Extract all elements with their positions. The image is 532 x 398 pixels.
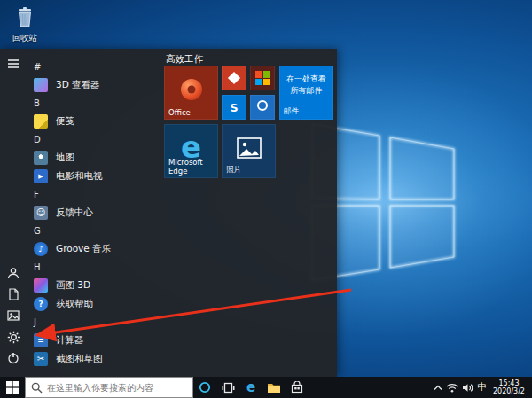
- tile-photos[interactable]: 照片: [222, 124, 276, 178]
- hamburger-menu-icon: [7, 59, 20, 69]
- sticky-notes-icon: [34, 114, 48, 129]
- settings-gear-icon: [7, 331, 20, 344]
- app-list-item-sticky-notes[interactable]: 便笺: [28, 113, 161, 131]
- taskbar-store-button[interactable]: [286, 377, 309, 398]
- volume-button[interactable]: [460, 377, 475, 398]
- tile-small-app-4[interactable]: [250, 95, 275, 120]
- document-icon: [8, 288, 20, 300]
- letter-label: G: [34, 226, 41, 236]
- movies-tv-icon: [34, 169, 48, 183]
- file-explorer-icon: [267, 382, 281, 394]
- app-list-item-get-help[interactable]: 获取帮助: [28, 295, 161, 314]
- letter-label: #: [34, 62, 41, 72]
- 3d-viewer-icon: [34, 78, 48, 92]
- taskbar: 中 15:43 2020/3/2: [0, 377, 532, 398]
- feedback-hub-icon: [34, 206, 48, 220]
- taskbar-edge-button[interactable]: [239, 377, 262, 398]
- picture-icon: [7, 310, 20, 321]
- calculator-icon: [34, 333, 48, 347]
- letter-label: J: [34, 317, 36, 327]
- multicolor-app-icon: [255, 71, 270, 85]
- input-method-indicator[interactable]: 中: [475, 377, 489, 398]
- app-list-letter-h[interactable]: H: [28, 259, 161, 277]
- app-label: Groove 音乐: [56, 243, 111, 255]
- documents-button[interactable]: [0, 284, 27, 305]
- app-list-letter-d[interactable]: D: [28, 130, 161, 149]
- network-wifi-icon: [446, 383, 458, 393]
- letter-label: B: [34, 98, 40, 108]
- app-list-item-calculator[interactable]: 计算器: [28, 332, 161, 350]
- photos-icon: [237, 137, 262, 159]
- tile-skype[interactable]: S: [222, 95, 246, 120]
- recycle-bin-label: 回收站: [5, 33, 44, 44]
- tile-label: Office: [168, 108, 191, 117]
- settings-button[interactable]: [0, 326, 27, 347]
- maps-icon: [34, 151, 48, 165]
- clock-date: 2020/3/2: [489, 387, 528, 396]
- office-logo-icon: [181, 79, 202, 100]
- tile-microsoft-edge[interactable]: Microsoft Edge: [164, 124, 218, 178]
- app-list-letter-j[interactable]: J: [28, 313, 161, 332]
- tile-small-app-2[interactable]: [250, 66, 275, 90]
- search-input[interactable]: [26, 378, 192, 397]
- tile-small-app-1[interactable]: [222, 66, 246, 90]
- app-list-item-3d-viewer[interactable]: 3D 查看器: [28, 76, 161, 95]
- taskbar-search[interactable]: [25, 377, 193, 398]
- skype-icon: S: [222, 95, 246, 120]
- app-list-item-maps[interactable]: 地图: [28, 149, 161, 168]
- snip-sketch-icon: [34, 352, 48, 366]
- tile-label: 邮件: [284, 106, 299, 117]
- app-list-letter-hash[interactable]: #: [28, 58, 161, 76]
- app-list-letter-f[interactable]: F: [28, 185, 161, 204]
- search-icon: [31, 382, 43, 394]
- letter-label: F: [34, 190, 39, 199]
- start-button[interactable]: [0, 377, 25, 398]
- app-label: 3D 查看器: [56, 79, 100, 91]
- expand-menu-button[interactable]: [0, 53, 27, 74]
- letter-label: D: [34, 135, 41, 144]
- pictures-button[interactable]: [0, 305, 27, 326]
- app-label: 画图 3D: [56, 279, 90, 292]
- tile-group-title[interactable]: 高效工作: [166, 53, 203, 66]
- tile-label: 照片: [226, 165, 241, 176]
- cortana-button[interactable]: [193, 377, 216, 398]
- mail-live-tile-text: 在一处查看所有邮件: [285, 74, 328, 104]
- paint-3d-icon: [34, 278, 48, 293]
- app-list-item-groove-music[interactable]: Groove 音乐: [28, 240, 161, 259]
- app-list-item-movies-tv[interactable]: 电影和电视: [28, 168, 161, 186]
- network-button[interactable]: [444, 377, 460, 398]
- clock-time: 15:43: [489, 379, 528, 388]
- app-list-letter-b[interactable]: B: [28, 94, 161, 113]
- get-help-icon: [34, 297, 48, 311]
- recycle-bin-desktop-icon[interactable]: 回收站: [5, 5, 44, 44]
- app-label: 获取帮助: [56, 298, 93, 310]
- hidden-icons-button[interactable]: [432, 377, 444, 398]
- cortana-icon: [199, 381, 211, 394]
- app-tile-icon: [228, 72, 240, 84]
- taskbar-file-explorer-button[interactable]: [262, 377, 286, 398]
- windows-desktop: 回收站: [0, 0, 532, 398]
- task-view-icon: [222, 382, 235, 394]
- app-list-item-feedback-hub[interactable]: 反馈中心: [28, 204, 161, 222]
- taskbar-clock[interactable]: 15:43 2020/3/2: [489, 379, 532, 396]
- speaker-icon: [462, 383, 473, 393]
- tile-mail[interactable]: 在一处查看所有邮件 邮件: [279, 66, 333, 120]
- app-list-item-paint-3d[interactable]: 画图 3D: [28, 277, 161, 295]
- app-label: 电影和电视: [56, 170, 103, 183]
- app-label: 便笺: [56, 115, 74, 128]
- tile-office[interactable]: Office: [164, 66, 218, 120]
- app-list-item-snip-sketch[interactable]: 截图和草图: [28, 350, 161, 369]
- app-label: 反馈中心: [56, 207, 93, 219]
- user-account-button[interactable]: [0, 262, 27, 284]
- app-label: 计算器: [56, 334, 84, 347]
- start-menu-tiles-panel: 高效工作 Office S 在一处查看所有邮件 邮件: [164, 49, 335, 377]
- app-list-letter-g[interactable]: G: [28, 222, 161, 240]
- app-tile-icon: [257, 100, 268, 111]
- app-label: 地图: [56, 152, 74, 164]
- power-button[interactable]: [0, 347, 27, 369]
- power-icon: [7, 352, 20, 364]
- start-menu: # 3D 查看器 B 便笺 D 地图 电影和电视 F 反馈中心: [0, 49, 337, 377]
- task-view-button[interactable]: [216, 377, 239, 398]
- chevron-up-icon: [434, 385, 442, 391]
- windows-start-icon: [6, 381, 19, 394]
